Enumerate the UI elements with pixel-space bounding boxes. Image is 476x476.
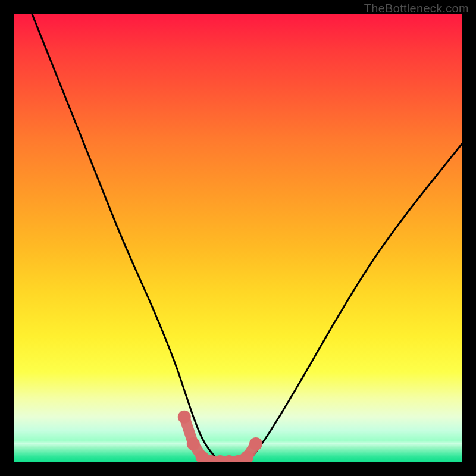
chart-frame: TheBottleneck.com	[0, 0, 476, 476]
valley-marker-dot	[178, 411, 191, 424]
watermark-text: TheBottleneck.com	[364, 2, 469, 15]
valley-marker-dot	[249, 437, 262, 450]
chart-svg	[14, 14, 462, 462]
valley-marker-dot	[187, 437, 200, 450]
curve-path	[32, 14, 462, 462]
valley-markers-group	[178, 411, 262, 462]
plot-area	[14, 14, 462, 462]
